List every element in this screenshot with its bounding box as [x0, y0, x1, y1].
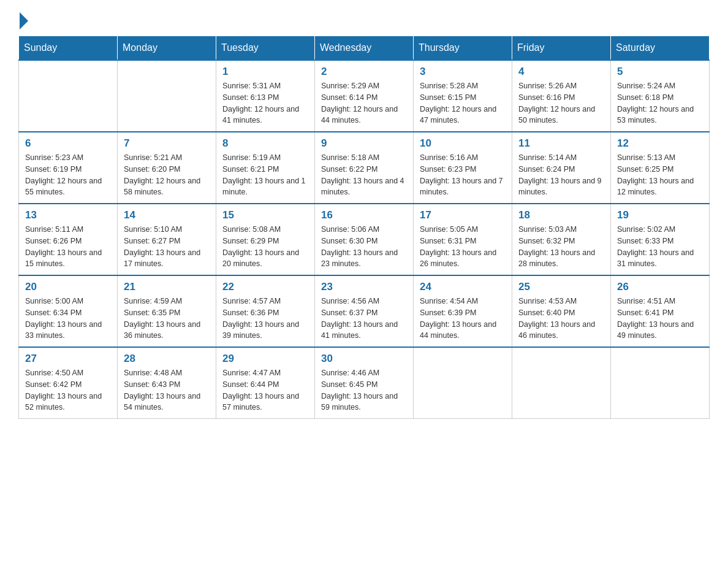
day-number: 12 — [617, 137, 703, 150]
day-info: Sunrise: 4:51 AMSunset: 6:41 PMDaylight:… — [617, 296, 703, 342]
calendar-cell: 6Sunrise: 5:23 AMSunset: 6:19 PMDaylight… — [19, 132, 118, 204]
logo — [18, 12, 29, 29]
calendar-cell: 21Sunrise: 4:59 AMSunset: 6:35 PMDayligh… — [118, 275, 216, 347]
calendar-cell: 29Sunrise: 4:47 AMSunset: 6:44 PMDayligh… — [216, 347, 315, 419]
day-number: 19 — [617, 209, 703, 221]
calendar-cell — [512, 347, 611, 419]
calendar-cell: 24Sunrise: 4:54 AMSunset: 6:39 PMDayligh… — [414, 275, 512, 347]
calendar-cell: 28Sunrise: 4:48 AMSunset: 6:43 PMDayligh… — [118, 347, 216, 419]
day-number: 27 — [25, 353, 111, 365]
day-number: 28 — [124, 353, 210, 365]
day-info: Sunrise: 5:26 AMSunset: 6:16 PMDaylight:… — [518, 80, 604, 126]
day-info: Sunrise: 5:03 AMSunset: 6:32 PMDaylight:… — [518, 224, 604, 270]
day-number: 30 — [321, 353, 407, 365]
day-info: Sunrise: 5:02 AMSunset: 6:33 PMDaylight:… — [617, 224, 703, 270]
calendar-cell: 12Sunrise: 5:13 AMSunset: 6:25 PMDayligh… — [611, 132, 710, 204]
weekday-header-monday: Monday — [118, 36, 216, 61]
page-header — [18, 12, 710, 29]
calendar-cell: 7Sunrise: 5:21 AMSunset: 6:20 PMDaylight… — [118, 132, 216, 204]
day-info: Sunrise: 5:14 AMSunset: 6:24 PMDaylight:… — [518, 152, 604, 198]
day-info: Sunrise: 5:21 AMSunset: 6:20 PMDaylight:… — [124, 152, 210, 198]
calendar-cell: 13Sunrise: 5:11 AMSunset: 6:26 PMDayligh… — [19, 204, 118, 275]
weekday-header-sunday: Sunday — [19, 36, 118, 61]
weekday-header-friday: Friday — [512, 36, 611, 61]
calendar-cell: 27Sunrise: 4:50 AMSunset: 6:42 PMDayligh… — [19, 347, 118, 419]
day-info: Sunrise: 5:31 AMSunset: 6:13 PMDaylight:… — [222, 80, 308, 126]
day-number: 18 — [518, 209, 604, 221]
day-info: Sunrise: 4:48 AMSunset: 6:43 PMDaylight:… — [124, 367, 210, 413]
calendar-cell: 5Sunrise: 5:24 AMSunset: 6:18 PMDaylight… — [611, 60, 710, 132]
calendar-cell: 14Sunrise: 5:10 AMSunset: 6:27 PMDayligh… — [118, 204, 216, 275]
day-number: 7 — [124, 137, 210, 150]
calendar-cell — [19, 60, 118, 132]
week-row-2: 6Sunrise: 5:23 AMSunset: 6:19 PMDaylight… — [19, 132, 710, 204]
week-row-1: 1Sunrise: 5:31 AMSunset: 6:13 PMDaylight… — [19, 60, 710, 132]
day-number: 1 — [222, 66, 308, 78]
day-info: Sunrise: 5:19 AMSunset: 6:21 PMDaylight:… — [222, 152, 308, 198]
weekday-header-thursday: Thursday — [414, 36, 512, 61]
day-info: Sunrise: 5:24 AMSunset: 6:18 PMDaylight:… — [617, 80, 703, 126]
day-number: 26 — [617, 281, 703, 293]
calendar-cell: 17Sunrise: 5:05 AMSunset: 6:31 PMDayligh… — [414, 204, 512, 275]
weekday-header-row: SundayMondayTuesdayWednesdayThursdayFrid… — [19, 36, 710, 61]
weekday-header-saturday: Saturday — [611, 36, 710, 61]
day-info: Sunrise: 5:28 AMSunset: 6:15 PMDaylight:… — [420, 80, 506, 126]
day-number: 11 — [518, 137, 604, 150]
day-number: 3 — [420, 66, 506, 78]
calendar-cell: 25Sunrise: 4:53 AMSunset: 6:40 PMDayligh… — [512, 275, 611, 347]
day-info: Sunrise: 5:00 AMSunset: 6:34 PMDaylight:… — [25, 296, 111, 342]
day-number: 5 — [617, 66, 703, 78]
calendar-cell: 16Sunrise: 5:06 AMSunset: 6:30 PMDayligh… — [315, 204, 414, 275]
calendar-cell: 2Sunrise: 5:29 AMSunset: 6:14 PMDaylight… — [315, 60, 414, 132]
logo-arrow-icon — [20, 12, 28, 29]
day-info: Sunrise: 4:57 AMSunset: 6:36 PMDaylight:… — [222, 296, 308, 342]
calendar-cell: 3Sunrise: 5:28 AMSunset: 6:15 PMDaylight… — [414, 60, 512, 132]
calendar-cell: 19Sunrise: 5:02 AMSunset: 6:33 PMDayligh… — [611, 204, 710, 275]
calendar-cell: 15Sunrise: 5:08 AMSunset: 6:29 PMDayligh… — [216, 204, 315, 275]
calendar-cell: 18Sunrise: 5:03 AMSunset: 6:32 PMDayligh… — [512, 204, 611, 275]
calendar-cell: 9Sunrise: 5:18 AMSunset: 6:22 PMDaylight… — [315, 132, 414, 204]
day-number: 16 — [321, 209, 407, 221]
day-number: 25 — [518, 281, 604, 293]
calendar-cell: 26Sunrise: 4:51 AMSunset: 6:41 PMDayligh… — [611, 275, 710, 347]
weekday-header-tuesday: Tuesday — [216, 36, 315, 61]
day-info: Sunrise: 4:50 AMSunset: 6:42 PMDaylight:… — [25, 367, 111, 413]
day-info: Sunrise: 5:10 AMSunset: 6:27 PMDaylight:… — [124, 224, 210, 270]
day-number: 9 — [321, 137, 407, 150]
calendar-cell: 8Sunrise: 5:19 AMSunset: 6:21 PMDaylight… — [216, 132, 315, 204]
day-number: 21 — [124, 281, 210, 293]
calendar-cell: 10Sunrise: 5:16 AMSunset: 6:23 PMDayligh… — [414, 132, 512, 204]
day-info: Sunrise: 5:29 AMSunset: 6:14 PMDaylight:… — [321, 80, 407, 126]
day-number: 15 — [222, 209, 308, 221]
day-info: Sunrise: 5:08 AMSunset: 6:29 PMDaylight:… — [222, 224, 308, 270]
day-info: Sunrise: 5:06 AMSunset: 6:30 PMDaylight:… — [321, 224, 407, 270]
weekday-header-wednesday: Wednesday — [315, 36, 414, 61]
day-number: 17 — [420, 209, 506, 221]
day-number: 14 — [124, 209, 210, 221]
day-info: Sunrise: 4:53 AMSunset: 6:40 PMDaylight:… — [518, 296, 604, 342]
day-number: 6 — [25, 137, 111, 150]
day-number: 22 — [222, 281, 308, 293]
day-info: Sunrise: 4:56 AMSunset: 6:37 PMDaylight:… — [321, 296, 407, 342]
calendar-cell: 11Sunrise: 5:14 AMSunset: 6:24 PMDayligh… — [512, 132, 611, 204]
calendar-cell: 30Sunrise: 4:46 AMSunset: 6:45 PMDayligh… — [315, 347, 414, 419]
calendar-table: SundayMondayTuesdayWednesdayThursdayFrid… — [18, 36, 710, 419]
week-row-4: 20Sunrise: 5:00 AMSunset: 6:34 PMDayligh… — [19, 275, 710, 347]
day-number: 13 — [25, 209, 111, 221]
day-number: 4 — [518, 66, 604, 78]
calendar-cell — [414, 347, 512, 419]
day-info: Sunrise: 4:47 AMSunset: 6:44 PMDaylight:… — [222, 367, 308, 413]
calendar-cell: 20Sunrise: 5:00 AMSunset: 6:34 PMDayligh… — [19, 275, 118, 347]
calendar-cell: 22Sunrise: 4:57 AMSunset: 6:36 PMDayligh… — [216, 275, 315, 347]
day-number: 29 — [222, 353, 308, 365]
day-number: 23 — [321, 281, 407, 293]
day-info: Sunrise: 5:23 AMSunset: 6:19 PMDaylight:… — [25, 152, 111, 198]
day-number: 20 — [25, 281, 111, 293]
day-number: 8 — [222, 137, 308, 150]
calendar-cell: 4Sunrise: 5:26 AMSunset: 6:16 PMDaylight… — [512, 60, 611, 132]
calendar-cell: 1Sunrise: 5:31 AMSunset: 6:13 PMDaylight… — [216, 60, 315, 132]
day-info: Sunrise: 5:18 AMSunset: 6:22 PMDaylight:… — [321, 152, 407, 198]
day-number: 10 — [420, 137, 506, 150]
week-row-3: 13Sunrise: 5:11 AMSunset: 6:26 PMDayligh… — [19, 204, 710, 275]
calendar-cell: 23Sunrise: 4:56 AMSunset: 6:37 PMDayligh… — [315, 275, 414, 347]
